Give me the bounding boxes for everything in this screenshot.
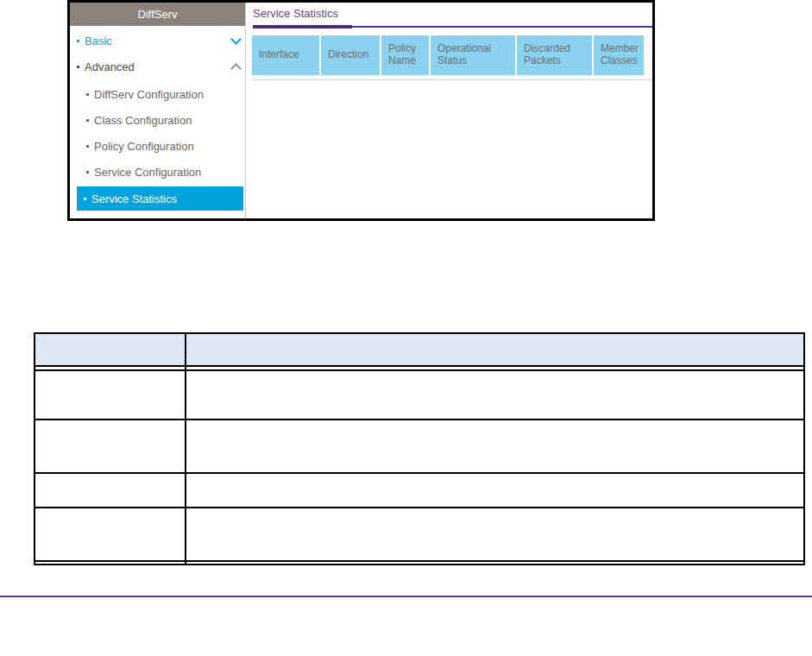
- bullet-icon: [77, 66, 79, 68]
- doc-table-header-cell: [35, 334, 186, 365]
- sidebar-title: DiffServ: [70, 3, 245, 26]
- bullet-icon: [86, 93, 89, 96]
- sidebar-item-label: Basic: [85, 35, 112, 47]
- sidebar-item-service-configuration[interactable]: Service Configuration: [70, 160, 261, 184]
- doc-table-header-cell: [186, 334, 803, 365]
- sidebar-item-label: Class Configuration: [94, 114, 192, 127]
- table-row: [35, 371, 803, 420]
- sidebar-item-advanced[interactable]: Advanced: [70, 54, 252, 79]
- table-row: [35, 420, 803, 474]
- table-row: [35, 474, 803, 508]
- figure-service-statistics-screenshot: DiffServ Basic Advanced DiffServ Configu…: [67, 0, 655, 221]
- column-header-operational-status: Operational Status: [431, 35, 515, 75]
- sidebar: DiffServ Basic Advanced DiffServ Configu…: [70, 3, 246, 218]
- column-header-interface: Interface: [252, 35, 319, 75]
- title-underline-thin: [352, 26, 652, 28]
- doc-table-cell: [186, 371, 803, 419]
- doc-table-cell: [35, 508, 186, 560]
- page-title: Service Statistics: [253, 7, 338, 20]
- table-row: [35, 508, 803, 562]
- footer-rule: [0, 596, 812, 597]
- doc-table-cell: [186, 508, 803, 560]
- sidebar-item-policy-configuration[interactable]: Policy Configuration: [70, 134, 261, 158]
- chevron-down-icon: [230, 34, 242, 45]
- sidebar-item-label: DiffServ Configuration: [94, 88, 204, 101]
- sidebar-item-diffserv-configuration[interactable]: DiffServ Configuration: [70, 82, 261, 106]
- chevron-up-icon: [230, 63, 242, 74]
- sidebar-item-label: Advanced: [85, 60, 135, 73]
- bullet-icon: [86, 145, 89, 148]
- bullet-icon: [86, 171, 89, 173]
- bullet-icon: [86, 119, 89, 122]
- description-table-header-row: [35, 334, 803, 367]
- doc-table-cell: [35, 420, 186, 472]
- column-header-member-classes: Member Classes: [594, 35, 644, 75]
- sidebar-item-label: Policy Configuration: [94, 140, 194, 153]
- figure-main-panel: Service Statistics Interface Direction P…: [247, 3, 652, 218]
- doc-table-cell: [35, 371, 186, 419]
- sidebar-item-class-configuration[interactable]: Class Configuration: [70, 108, 261, 132]
- bullet-icon: [77, 40, 79, 42]
- sidebar-item-service-statistics[interactable]: Service Statistics: [77, 186, 243, 211]
- doc-table-cell: [186, 474, 803, 507]
- sidebar-item-label: Service Configuration: [94, 166, 201, 179]
- bullet-icon: [84, 198, 86, 200]
- doc-table-cell: [35, 474, 186, 507]
- table-header-underline: [252, 79, 652, 80]
- column-header-policy-name: Policy Name: [381, 35, 429, 75]
- sidebar-item-basic[interactable]: Basic: [70, 28, 252, 53]
- description-table: [34, 332, 805, 565]
- column-divider: [185, 334, 186, 564]
- doc-table-cell: [186, 420, 803, 472]
- column-header-direction: Direction: [321, 35, 380, 75]
- title-underline-thick: [253, 25, 352, 28]
- sidebar-item-label: Service Statistics: [91, 192, 177, 205]
- column-header-discarded-packets: Discarded Packets: [517, 35, 592, 75]
